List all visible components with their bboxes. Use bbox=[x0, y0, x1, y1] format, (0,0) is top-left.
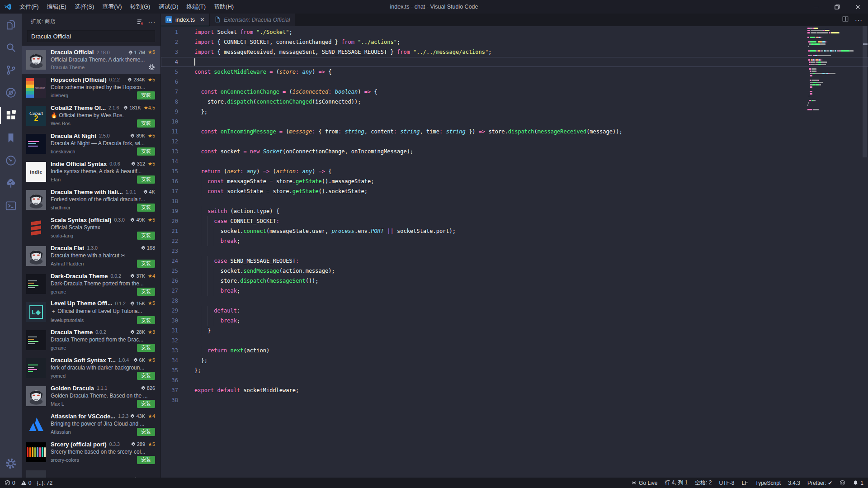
sidebar-more-actions-icon[interactable]: ··· bbox=[147, 17, 157, 27]
extension-search-input[interactable] bbox=[28, 31, 155, 42]
code-line[interactable]: 33 return next(action) bbox=[161, 346, 868, 355]
close-button[interactable] bbox=[847, 0, 868, 14]
menu-item-7[interactable]: 帮助(H) bbox=[210, 0, 238, 14]
code-line[interactable]: 28 bbox=[161, 296, 868, 306]
install-button[interactable]: 安装 bbox=[137, 204, 155, 212]
code-line[interactable]: 9 }; bbox=[161, 107, 868, 117]
extension-list-item[interactable]: Dark-Dracula Theme0.0.237K★4Dark-Dracula… bbox=[22, 270, 160, 298]
status-item-prettier[interactable]: Prettier: ✔ bbox=[807, 480, 832, 486]
install-button[interactable]: 安装 bbox=[137, 91, 155, 99]
extension-list-item[interactable]: Dracula-Dark-Vibrant1.1.22K★5 bbox=[22, 466, 160, 478]
split-editor-icon[interactable] bbox=[842, 16, 849, 24]
status-item-encoding[interactable]: UTF-8 bbox=[719, 480, 734, 486]
code-line[interactable]: 20 case CONNECT_SOCKET: bbox=[161, 216, 868, 226]
code-line[interactable]: 17 const socketState = store.getState().… bbox=[161, 186, 868, 196]
menu-item-0[interactable]: 文件(F) bbox=[15, 0, 43, 14]
editor-more-actions-icon[interactable]: ··· bbox=[855, 16, 863, 24]
activity-settings-icon[interactable] bbox=[0, 452, 22, 475]
install-button[interactable]: 安装 bbox=[137, 175, 155, 184]
status-item-warnings[interactable]: 0 bbox=[21, 480, 32, 486]
tab-index-ts[interactable]: TS index.ts ✕ bbox=[161, 14, 210, 26]
extension-list-item[interactable]: Dracula Theme0.0.228K★3Dracula Theme por… bbox=[22, 326, 160, 354]
activity-debug-icon[interactable] bbox=[0, 81, 22, 104]
install-button[interactable]: 安装 bbox=[137, 147, 155, 156]
status-item-eol[interactable]: LF bbox=[741, 480, 748, 486]
install-button[interactable]: 安装 bbox=[137, 400, 155, 408]
extension-list-item[interactable]: Dracula Flat1.3.0168Dracula theme with a… bbox=[22, 242, 160, 270]
extension-list-item[interactable]: Dracula Soft Syntax T...1.0.46K★5fork of… bbox=[22, 354, 160, 382]
code-line[interactable]: 19 switch (action.type) { bbox=[161, 206, 868, 216]
activity-search-icon[interactable] bbox=[0, 36, 22, 59]
install-button[interactable]: 安装 bbox=[137, 428, 155, 436]
install-button[interactable]: 安装 bbox=[137, 119, 155, 128]
code-line[interactable]: 15 return (next: any) => (action: any) =… bbox=[161, 166, 868, 176]
activity-extensions-icon[interactable] bbox=[0, 104, 22, 127]
extension-list-item[interactable]: Scala Syntax (official)0.3.049K★5Officia… bbox=[22, 214, 160, 242]
status-item-notifications[interactable]: 1 bbox=[853, 480, 863, 486]
tab-extension-dracula[interactable]: Extension: Dracula Official bbox=[210, 14, 295, 26]
install-button[interactable]: 安装 bbox=[137, 344, 155, 352]
code-line[interactable]: 13 const socket = new Socket(onConnectio… bbox=[161, 147, 868, 156]
extension-list-item[interactable]: Golden Dracula1.1.1826Golden Dracula The… bbox=[22, 382, 160, 410]
code-line[interactable]: 16 const messageState = store.getState()… bbox=[161, 176, 868, 186]
code-line[interactable]: 10 bbox=[161, 117, 868, 127]
tab-close-icon[interactable]: ✕ bbox=[200, 16, 205, 23]
code-line[interactable]: 31 } bbox=[161, 326, 868, 336]
status-item-feedback-smiley[interactable] bbox=[840, 480, 845, 486]
activity-todo-tree-icon[interactable] bbox=[0, 172, 22, 194]
install-button[interactable]: 安装 bbox=[137, 372, 155, 380]
extension-list-item[interactable]: Atlassian for VSCode...1.2.343K★4Bringin… bbox=[22, 410, 160, 438]
status-item-language-mode[interactable]: TypeScript bbox=[755, 480, 781, 486]
code-line[interactable]: 7 const onConnectionChange = (isConnecte… bbox=[161, 87, 868, 97]
code-line[interactable]: 3import { messageReceived, messageSent, … bbox=[161, 47, 868, 57]
editor-scrollbar[interactable] bbox=[862, 26, 868, 478]
menu-item-2[interactable]: 选择(S) bbox=[71, 0, 98, 14]
restore-button[interactable] bbox=[826, 0, 847, 14]
code-line[interactable]: 18 bbox=[161, 196, 868, 206]
code-line[interactable]: 34 }; bbox=[161, 355, 868, 365]
extension-list-item[interactable]: Dracula Theme with Itali...1.0.14KForked… bbox=[22, 186, 160, 214]
manage-extension-icon[interactable] bbox=[148, 64, 155, 71]
activity-bookmarks-icon[interactable] bbox=[0, 127, 22, 149]
menu-item-6[interactable]: 终端(T) bbox=[182, 0, 210, 14]
activity-explorer-icon[interactable] bbox=[0, 14, 22, 36]
clear-search-icon[interactable] bbox=[135, 17, 145, 27]
activity-history-icon[interactable] bbox=[0, 149, 22, 172]
code-line[interactable]: 14 bbox=[161, 156, 868, 166]
code-line[interactable]: 35}; bbox=[161, 365, 868, 375]
code-line[interactable]: 6 bbox=[161, 77, 868, 87]
extension-list-item[interactable]: Dracula At Night2.5.089K★5Dracula At Nig… bbox=[22, 130, 160, 158]
activity-source-control-icon[interactable] bbox=[0, 59, 22, 81]
code-line[interactable]: 24 case SEND_MESSAGE_REQUEST: bbox=[161, 256, 868, 266]
code-line[interactable]: 4 bbox=[161, 57, 868, 67]
menu-item-3[interactable]: 查看(V) bbox=[98, 0, 126, 14]
extension-list-item[interactable]: Srcery (official port)0.3.3289★5Srcery t… bbox=[22, 438, 160, 466]
code-line[interactable]: 32 bbox=[161, 336, 868, 346]
install-button[interactable]: 安装 bbox=[137, 316, 155, 324]
code-line[interactable]: 38 bbox=[161, 395, 868, 405]
status-item-cursor-position[interactable]: 行 4, 列 1 bbox=[665, 479, 688, 487]
menu-item-4[interactable]: 转到(G) bbox=[126, 0, 155, 14]
menu-item-1[interactable]: 编辑(E) bbox=[43, 0, 71, 14]
scrollbar-thumb[interactable] bbox=[863, 26, 867, 157]
minimap[interactable] bbox=[807, 27, 855, 113]
code-line[interactable]: 5const socketMiddleware = (store: any) =… bbox=[161, 67, 868, 77]
status-item-bracket-count[interactable]: {..}: 72 bbox=[37, 480, 52, 486]
code-line[interactable]: 2import { CONNECT_SOCKET, connectionChan… bbox=[161, 37, 868, 47]
code-line[interactable]: 23 bbox=[161, 246, 868, 256]
extension-list-item[interactable]: L◆Level Up Theme Offi...0.1.215K★5＋ Offi… bbox=[22, 298, 160, 326]
install-button[interactable]: 安装 bbox=[137, 232, 155, 240]
status-item-indentation[interactable]: 空格: 2 bbox=[695, 479, 712, 487]
code-line[interactable]: 25 socket.sendMessage(action.message); bbox=[161, 266, 868, 276]
extension-list-item[interactable]: indieIndie Official Syntax0.0.6312★5Indi… bbox=[22, 158, 160, 186]
status-item-go-live[interactable]: Go Live bbox=[631, 480, 657, 486]
code-line[interactable]: 22 break; bbox=[161, 236, 868, 246]
extension-list-item[interactable]: Dracula Official2.18.01.7M★5Official Dra… bbox=[22, 46, 160, 74]
status-item-ts-version[interactable]: 3.4.3 bbox=[788, 480, 800, 486]
code-line[interactable]: 8 store.dispatch(connectionChanged(isCon… bbox=[161, 97, 868, 107]
extension-list-item[interactable]: hopscotchHopscotch (Official)0.2.2284K★5… bbox=[22, 74, 160, 102]
install-button[interactable]: 安装 bbox=[137, 288, 155, 296]
code-line[interactable]: 1import Socket from "./Socket"; bbox=[161, 27, 868, 37]
install-button[interactable]: 安装 bbox=[137, 456, 155, 464]
code-line[interactable]: 36 bbox=[161, 375, 868, 385]
